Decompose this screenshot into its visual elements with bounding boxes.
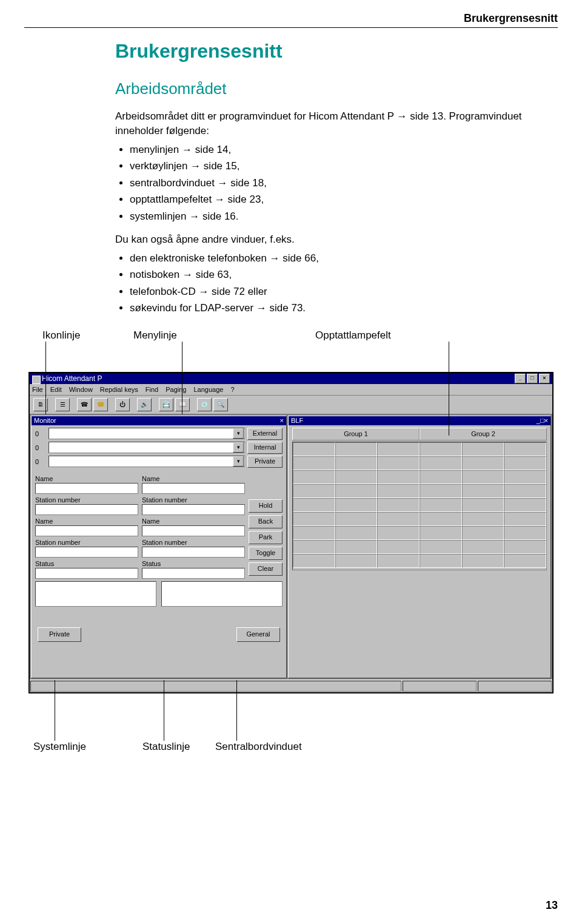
blf-cell[interactable]: [335, 540, 378, 554]
toolbar-btn-card-icon[interactable]: 📇: [159, 398, 173, 411]
monitor-dropdown-external[interactable]: [48, 428, 245, 439]
tab-group-1[interactable]: Group 1: [292, 428, 420, 440]
blf-cell[interactable]: [293, 470, 335, 484]
blf-cell[interactable]: [462, 498, 504, 512]
blf-cell[interactable]: [377, 526, 420, 540]
external-button[interactable]: External: [247, 428, 283, 440]
blf-cell[interactable]: [420, 484, 462, 498]
toolbar-btn-list-icon[interactable]: ☰: [55, 398, 70, 411]
toolbar-btn-search-icon[interactable]: 🔍: [213, 398, 228, 411]
blf-cell[interactable]: [293, 540, 335, 554]
private-bottom-button[interactable]: Private: [38, 627, 81, 642]
internal-button[interactable]: Internal: [247, 442, 283, 454]
tab-group-2[interactable]: Group 2: [420, 428, 547, 440]
blf-cell[interactable]: [462, 540, 504, 554]
blf-cell[interactable]: [504, 512, 546, 526]
general-bottom-button[interactable]: General: [236, 627, 280, 642]
blf-cell[interactable]: [377, 456, 420, 470]
menu-repdial[interactable]: Repdial keys: [100, 386, 138, 393]
toolbar-btn-phone-left-icon[interactable]: ☎: [77, 398, 92, 411]
window-maximize-button[interactable]: □: [527, 374, 538, 383]
station-number-field[interactable]: [35, 547, 138, 558]
blf-cell[interactable]: [462, 456, 504, 470]
blf-cell[interactable]: [335, 470, 378, 484]
blf-cell[interactable]: [504, 526, 546, 540]
blf-cell[interactable]: [377, 442, 420, 456]
blf-cell[interactable]: [377, 512, 420, 526]
blf-close-button[interactable]: ×: [544, 417, 548, 424]
menu-edit[interactable]: Edit: [50, 386, 62, 393]
blf-cell[interactable]: [462, 442, 504, 456]
blf-cell[interactable]: [293, 526, 335, 540]
blf-cell[interactable]: [377, 470, 420, 484]
status-field[interactable]: [142, 568, 245, 579]
name-field[interactable]: [35, 483, 138, 494]
blf-cell[interactable]: [293, 484, 335, 498]
toolbar-btn-speaker-icon[interactable]: 🔊: [137, 398, 152, 411]
menu-language[interactable]: Language: [193, 386, 223, 393]
name-field[interactable]: [142, 525, 245, 536]
blf-cell[interactable]: [504, 442, 546, 456]
blf-cell[interactable]: [335, 484, 378, 498]
menu-find[interactable]: Find: [146, 386, 158, 393]
blf-cell[interactable]: [293, 456, 335, 470]
window-minimize-button[interactable]: _: [515, 374, 526, 383]
toolbar-btn-phone-right-icon[interactable]: ☎: [93, 398, 108, 411]
blf-cell[interactable]: [293, 554, 335, 568]
station-number-field[interactable]: [142, 547, 245, 558]
station-number-field[interactable]: [35, 504, 138, 515]
blf-cell[interactable]: [293, 498, 335, 512]
blf-cell[interactable]: [462, 470, 504, 484]
blf-cell[interactable]: [377, 498, 420, 512]
window-close-button[interactable]: ×: [539, 374, 550, 383]
menu-help[interactable]: ?: [230, 386, 234, 393]
blf-cell[interactable]: [504, 470, 546, 484]
blf-cell[interactable]: [335, 512, 378, 526]
blf-cell[interactable]: [420, 554, 462, 568]
blf-cell[interactable]: [335, 442, 378, 456]
name-field[interactable]: [35, 525, 138, 536]
blf-cell[interactable]: [420, 442, 462, 456]
blf-cell[interactable]: [335, 526, 378, 540]
blf-cell[interactable]: [462, 526, 504, 540]
blf-cell[interactable]: [335, 456, 378, 470]
blf-cell[interactable]: [377, 540, 420, 554]
clear-button[interactable]: Clear: [249, 562, 283, 576]
menu-file[interactable]: File: [32, 386, 43, 393]
back-button[interactable]: Back: [249, 515, 283, 528]
blf-cell[interactable]: [335, 498, 378, 512]
toolbar-btn-break-icon[interactable]: ⏻: [115, 398, 130, 411]
blf-cell[interactable]: [504, 554, 546, 568]
name-field[interactable]: [142, 483, 245, 494]
blf-cell[interactable]: [420, 526, 462, 540]
blf-cell[interactable]: [504, 498, 546, 512]
hold-button[interactable]: Hold: [249, 499, 283, 513]
toolbar-btn-disc-icon[interactable]: 💿: [197, 398, 212, 411]
blf-cell[interactable]: [293, 442, 335, 456]
blf-cell[interactable]: [377, 554, 420, 568]
blf-cell[interactable]: [420, 470, 462, 484]
blf-maximize-button[interactable]: □: [540, 417, 544, 424]
toolbar-btn-book-icon[interactable]: 📖: [175, 398, 190, 411]
blf-cell[interactable]: [335, 554, 378, 568]
blf-cell[interactable]: [462, 484, 504, 498]
blf-cell[interactable]: [504, 484, 546, 498]
blf-cell[interactable]: [420, 498, 462, 512]
blf-cell[interactable]: [420, 512, 462, 526]
private-button[interactable]: Private: [247, 456, 283, 468]
menu-window[interactable]: Window: [69, 386, 93, 393]
blf-cell[interactable]: [293, 512, 335, 526]
blf-cell[interactable]: [462, 554, 504, 568]
park-button[interactable]: Park: [249, 531, 283, 544]
blf-cell[interactable]: [420, 456, 462, 470]
blf-cell[interactable]: [420, 540, 462, 554]
monitor-dropdown-private[interactable]: [48, 456, 245, 467]
station-number-field[interactable]: [142, 504, 245, 515]
monitor-close-button[interactable]: ×: [280, 417, 284, 424]
status-field[interactable]: [35, 568, 138, 579]
blf-cell[interactable]: [504, 456, 546, 470]
blf-cell[interactable]: [504, 540, 546, 554]
toggle-button[interactable]: Toggle: [249, 547, 283, 560]
menu-paging[interactable]: Paging: [166, 386, 186, 393]
blf-cell[interactable]: [377, 484, 420, 498]
